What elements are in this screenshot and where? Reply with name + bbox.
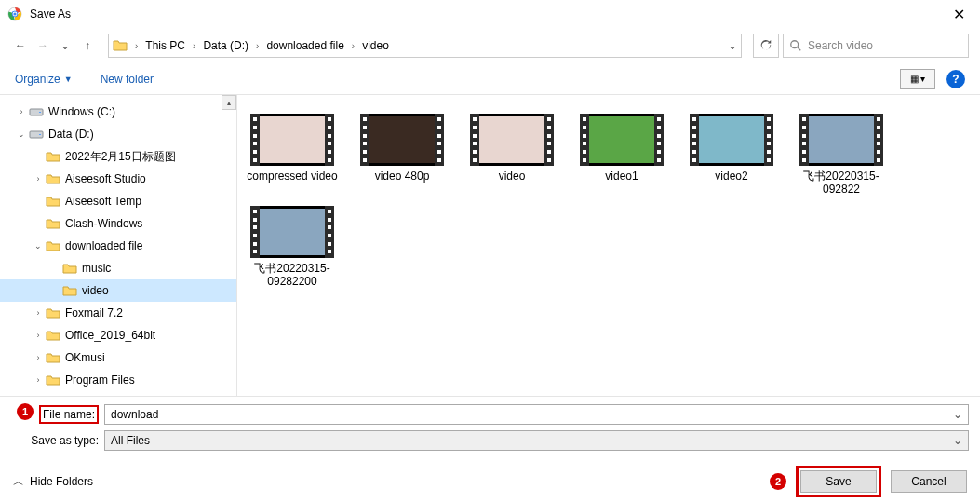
- drive-icon: [28, 126, 45, 142]
- tree-item-label: Clash-Windows: [65, 217, 142, 230]
- help-button[interactable]: ?: [946, 70, 965, 88]
- save-button-highlight: Save: [796, 466, 881, 497]
- back-button[interactable]: ←: [11, 36, 30, 55]
- svg-line-6: [798, 47, 801, 51]
- refresh-button[interactable]: [753, 34, 779, 58]
- breadcrumb-item[interactable]: Data (D:): [199, 37, 252, 54]
- up-button[interactable]: ↑: [78, 36, 97, 55]
- tree-item[interactable]: music: [0, 257, 236, 279]
- organize-menu[interactable]: Organize▼: [15, 73, 73, 86]
- svg-rect-8: [39, 112, 41, 113]
- folder-tree[interactable]: ▴ ›Windows (C:)⌄Data (D:)2022年2月15日标题图›A…: [0, 95, 237, 396]
- scroll-up-button[interactable]: ▴: [222, 95, 236, 110]
- window-title: Save As: [30, 7, 946, 20]
- main-area: ▴ ›Windows (C:)⌄Data (D:)2022年2月15日标题图›A…: [0, 95, 980, 396]
- forward-button: →: [34, 36, 52, 55]
- svg-point-5: [791, 41, 799, 48]
- cancel-button[interactable]: Cancel: [891, 470, 967, 493]
- file-item-label: video2: [715, 170, 747, 183]
- tree-item[interactable]: ›Office_2019_64bit: [0, 324, 236, 346]
- chevron-down-icon[interactable]: ⌄: [15, 129, 28, 139]
- chevron-down-icon[interactable]: ⌄: [32, 241, 45, 251]
- file-item-label: video 480p: [375, 170, 430, 183]
- file-grid[interactable]: compressed videovideo 480pvideovideo1vid…: [237, 95, 980, 396]
- tree-item-label: 2022年2月15日标题图: [65, 149, 176, 165]
- folder-icon: [45, 170, 61, 187]
- file-item-label: video: [499, 170, 526, 183]
- chevron-right-icon[interactable]: ›: [350, 41, 356, 51]
- breadcrumb-item[interactable]: This PC: [141, 37, 189, 54]
- chevron-right-icon[interactable]: ›: [254, 41, 261, 51]
- save-as-type-label: Save as type:: [11, 434, 104, 447]
- tree-item-label: downloaded file: [65, 239, 142, 252]
- folder-icon: [45, 193, 61, 210]
- tree-item-label: Program Files: [65, 373, 135, 387]
- file-item[interactable]: video: [466, 114, 557, 197]
- file-item[interactable]: compressed video: [247, 114, 338, 197]
- tree-item-label: Office_2019_64bit: [65, 329, 155, 342]
- folder-icon: [45, 305, 61, 321]
- folder-icon: [45, 237, 61, 254]
- breadcrumb-item[interactable]: video: [358, 37, 393, 54]
- hide-folders-toggle[interactable]: ︿ Hide Folders: [13, 474, 93, 490]
- tree-item-label: Data (D:): [48, 128, 94, 141]
- tree-item-label: Foxmail 7.2: [65, 306, 123, 319]
- breadcrumb-item[interactable]: downloaded file: [262, 37, 347, 54]
- save-as-type-select[interactable]: All Files: [104, 430, 969, 451]
- file-item[interactable]: video 480p: [356, 114, 448, 197]
- view-options-button[interactable]: ▦ ▾: [900, 69, 935, 89]
- tree-item[interactable]: ›OKmusi: [0, 346, 236, 369]
- tree-item[interactable]: ›Program Files: [0, 369, 236, 391]
- tree-item[interactable]: video: [0, 279, 236, 302]
- chevron-right-icon[interactable]: ›: [32, 331, 45, 340]
- title-bar: Save As ✕: [0, 0, 980, 28]
- chevron-right-icon[interactable]: ›: [191, 41, 197, 51]
- folder-icon: [113, 38, 128, 53]
- toolbar: Organize▼ New folder ▦ ▾ ?: [0, 63, 980, 95]
- chrome-icon: [7, 7, 22, 21]
- tree-item-label: Aiseesoft Temp: [65, 195, 141, 208]
- chevron-right-icon[interactable]: ›: [32, 353, 45, 362]
- chevron-right-icon[interactable]: ›: [32, 308, 45, 318]
- tree-item[interactable]: ⌄downloaded file: [0, 235, 236, 257]
- annotation-badge-1: 1: [17, 403, 34, 420]
- file-item-label: compressed video: [247, 170, 337, 183]
- file-item[interactable]: video1: [576, 114, 667, 197]
- file-item[interactable]: 飞书20220315-09282200: [247, 206, 338, 289]
- tree-item[interactable]: ›Aiseesoft Studio: [0, 168, 236, 190]
- save-button[interactable]: Save: [800, 470, 877, 493]
- tree-item-label: music: [82, 262, 111, 275]
- address-dropdown[interactable]: ⌄: [728, 39, 737, 52]
- chevron-right-icon[interactable]: ›: [133, 41, 140, 51]
- file-item[interactable]: 飞书20220315-092822: [796, 114, 887, 197]
- chevron-right-icon[interactable]: ›: [32, 174, 45, 183]
- search-placeholder: Search video: [808, 39, 873, 52]
- folder-icon: [61, 260, 78, 277]
- folder-icon: [45, 148, 61, 165]
- drive-icon: [28, 103, 45, 120]
- file-item[interactable]: video2: [686, 114, 777, 197]
- folder-icon: [61, 282, 78, 299]
- tree-item[interactable]: ›Foxmail 7.2: [0, 302, 236, 324]
- tree-item[interactable]: Aiseesoft Temp: [0, 190, 236, 212]
- tree-item[interactable]: Clash-Windows: [0, 212, 236, 235]
- tree-item[interactable]: ⌄Data (D:): [0, 123, 236, 145]
- tree-item-label: OKmusi: [65, 351, 105, 364]
- nav-bar: ← → ⌄ ↑ › This PC › Data (D:) › download…: [0, 28, 980, 63]
- chevron-right-icon[interactable]: ›: [15, 107, 28, 116]
- tree-item[interactable]: ›Windows (C:): [0, 101, 236, 123]
- close-button[interactable]: ✕: [946, 2, 973, 27]
- file-name-input[interactable]: download: [104, 404, 969, 425]
- action-bar: ︿ Hide Folders 2 Save Cancel: [0, 460, 980, 502]
- filename-fields: 1 File name: download Save as type: All …: [0, 396, 980, 460]
- tree-item[interactable]: 2022年2月15日标题图: [0, 145, 236, 168]
- recent-dropdown[interactable]: ⌄: [56, 36, 74, 55]
- address-bar[interactable]: › This PC › Data (D:) › downloaded file …: [108, 34, 742, 58]
- new-folder-button[interactable]: New folder: [101, 73, 154, 86]
- video-thumbnail: [360, 114, 444, 166]
- chevron-right-icon[interactable]: ›: [32, 375, 45, 385]
- folder-icon: [45, 327, 61, 344]
- video-thumbnail: [470, 114, 554, 166]
- search-input[interactable]: Search video: [783, 34, 969, 58]
- annotation-badge-2: 2: [770, 473, 786, 490]
